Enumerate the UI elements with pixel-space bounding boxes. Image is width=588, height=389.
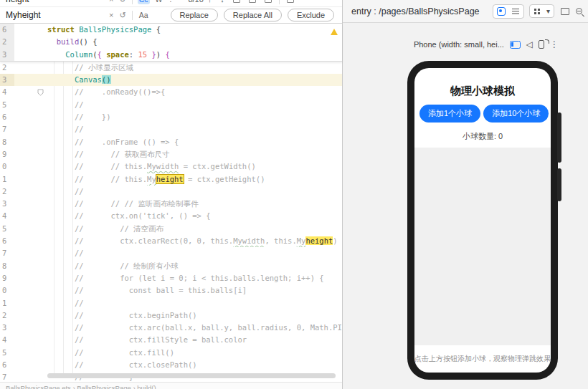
line-number[interactable]: 4: [0, 210, 14, 222]
line-number[interactable]: 2: [0, 186, 14, 198]
code-line[interactable]: 6struct BallsPhysicsPage {: [0, 24, 342, 36]
code-text: //: [47, 186, 342, 198]
code-text: // // 清空画布: [47, 223, 342, 235]
line-number[interactable]: 3: [0, 198, 14, 210]
line-number[interactable]: 6: [0, 359, 14, 371]
code-line[interactable]: 5 //: [0, 99, 342, 111]
back-icon[interactable]: ◁: [526, 40, 533, 49]
code-line[interactable]: 2 build() {: [0, 36, 342, 48]
horizontal-scrollbar[interactable]: [47, 373, 336, 378]
line-number[interactable]: 0: [0, 160, 14, 173]
zoom-out-icon[interactable]: [576, 8, 582, 14]
warning-marker-icon[interactable]: [331, 29, 338, 35]
line-number[interactable]: 7: [0, 247, 14, 259]
replace-history-icon[interactable]: ↺: [119, 11, 125, 20]
code-line[interactable]: 0 // // this.Mywidth = ctx.getWidth(): [0, 160, 342, 173]
prev-match-button[interactable]: ↑: [208, 0, 212, 4]
hint-text: 点击上方按钮添加小球，观察物理弹跳效果: [414, 354, 551, 364]
line-number[interactable]: 8: [0, 260, 14, 272]
line-number[interactable]: 3: [0, 74, 14, 86]
code-line[interactable]: 4 // .onReady(()=>{: [0, 86, 342, 98]
line-number[interactable]: 2: [0, 62, 14, 74]
focus-view-icon[interactable]: [497, 7, 506, 16]
code-line[interactable]: 3 // // // 监听画布绘制事件: [0, 198, 342, 210]
match-case-toggle[interactable]: Cc: [138, 0, 150, 4]
code-text: struct BallsPhysicsPage {: [47, 24, 342, 36]
line-number[interactable]: 6: [0, 24, 14, 36]
code-editor[interactable]: 6struct BallsPhysicsPage {2 build() {3 C…: [0, 24, 342, 384]
clear-replace-icon[interactable]: ×: [109, 11, 113, 19]
code-text: //: [47, 247, 342, 259]
line-number[interactable]: 0: [0, 284, 14, 297]
component-grid-icon[interactable]: [534, 8, 541, 15]
line-number[interactable]: 6: [0, 111, 14, 123]
replace-all-button[interactable]: Replace All: [224, 9, 282, 21]
code-line[interactable]: 2 // 小球显示区域: [0, 62, 342, 74]
code-line[interactable]: 5 // ctx.fill(): [0, 347, 342, 359]
inspector-toggle-icon[interactable]: [510, 41, 521, 49]
code-line[interactable]: 7 //: [0, 123, 342, 135]
line-number[interactable]: 1: [0, 297, 14, 309]
replace-input[interactable]: Myheight: [0, 10, 106, 20]
code-line[interactable]: 8 // // 绘制所有小球: [0, 260, 342, 272]
preserve-case-toggle[interactable]: Aa: [138, 10, 150, 20]
code-line[interactable]: 9 // // 获取画布尺寸: [0, 148, 342, 160]
line-number[interactable]: 7: [0, 123, 14, 135]
whole-word-toggle[interactable]: W: [154, 0, 164, 4]
phone-button[interactable]: 添加1个小球: [419, 105, 480, 123]
more-options-icon[interactable]: [287, 0, 294, 3]
next-match-button[interactable]: ↓: [220, 0, 224, 4]
code-line[interactable]: 3 Column({ space: 15 }) {: [0, 49, 342, 61]
line-number[interactable]: 8: [0, 136, 14, 148]
breadcrumb[interactable]: BallsPhysicsPage.ets › BallsPhysicsPage …: [0, 383, 342, 389]
frame-bounds-icon[interactable]: [561, 8, 569, 15]
replace-button[interactable]: Replace: [171, 9, 218, 21]
layers-icon[interactable]: [511, 8, 520, 15]
line-number[interactable]: 5: [0, 223, 14, 235]
chevron-down-icon[interactable]: ▾: [546, 7, 550, 15]
line-number[interactable]: 4: [0, 334, 14, 346]
line-number[interactable]: 5: [0, 99, 14, 111]
rotate-device-icon[interactable]: [539, 40, 544, 49]
line-number[interactable]: 3: [0, 49, 14, 61]
code-text: // for (let i = 0; i < this.balls.length…: [47, 272, 342, 284]
code-line[interactable]: 6 // ctx.clearRect(0, 0, this.Mywidth, t…: [0, 235, 342, 247]
search-input[interactable]: height: [0, 0, 106, 4]
clear-search-icon[interactable]: ×: [109, 0, 113, 4]
code-line[interactable]: 9 // for (let i = 0; i < this.balls.leng…: [0, 272, 342, 284]
line-number[interactable]: 5: [0, 347, 14, 359]
code-line[interactable]: 6 // }): [0, 111, 342, 123]
ball-canvas[interactable]: [414, 148, 551, 345]
line-number[interactable]: 4: [0, 86, 14, 98]
code-line[interactable]: 6 // ctx.closePath(): [0, 359, 342, 371]
line-number[interactable]: 1: [0, 173, 14, 186]
code-line[interactable]: 1 // // this.Myheight = ctx.getHeight(): [0, 173, 342, 186]
line-number[interactable]: 3: [0, 322, 14, 334]
line-number[interactable]: 9: [0, 148, 14, 160]
line-number[interactable]: 9: [0, 272, 14, 284]
exclude-button[interactable]: Exclude: [288, 9, 334, 21]
search-history-icon[interactable]: ↺: [119, 0, 125, 4]
regex-toggle[interactable]: .*: [168, 0, 176, 4]
code-line[interactable]: 2 //: [0, 186, 342, 198]
code-line[interactable]: 1 //: [0, 297, 342, 309]
code-line[interactable]: 7 //: [0, 247, 342, 259]
code-line[interactable]: 3 Canvas(): [0, 74, 342, 86]
code-line[interactable]: 3 // ctx.arc(ball.x, ball.y, ball.radius…: [0, 322, 342, 334]
code-line[interactable]: 0 // const ball = this.balls[i]: [0, 284, 342, 297]
in-selection-icon[interactable]: [265, 0, 272, 3]
phone-button[interactable]: 添加10个小球: [483, 105, 549, 123]
code-line[interactable]: 5 // // 清空画布: [0, 223, 342, 235]
phone-side-button: [557, 168, 561, 201]
select-all-occurrences-icon[interactable]: [233, 0, 240, 3]
gutter: [14, 49, 47, 61]
code-line[interactable]: 8 // .onFrame (() => {: [0, 136, 342, 148]
line-number[interactable]: 6: [0, 235, 14, 247]
more-menu-icon[interactable]: ⋮: [550, 40, 559, 49]
filter-icon[interactable]: [249, 0, 256, 3]
code-line[interactable]: 4 // ctx.on('tick', () => {: [0, 210, 342, 222]
code-line[interactable]: 2 // ctx.beginPath(): [0, 309, 342, 322]
line-number[interactable]: 2: [0, 309, 14, 322]
code-line[interactable]: 4 // ctx.fillStyle = ball.color: [0, 334, 342, 346]
line-number[interactable]: 2: [0, 36, 14, 48]
